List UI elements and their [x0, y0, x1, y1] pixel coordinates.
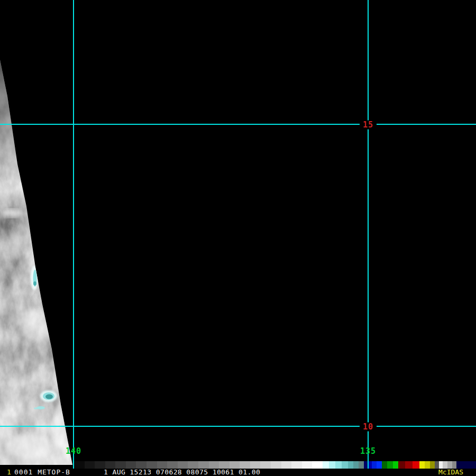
- latitude-grid-line: [0, 426, 476, 427]
- image-time-info-text: 1 AUG 15213 070628 08075 10061 01.00: [104, 469, 260, 476]
- lat-label-15: 15: [360, 121, 377, 130]
- status-bar: 1 0001 METOP-B 1 AUG 15213 070628 08075 …: [0, 469, 476, 476]
- frame-number: 1: [7, 469, 12, 476]
- dataset-id-text: 0001 METOP-B: [14, 469, 70, 476]
- mcidas-image-canvas[interactable]: 140 135 15 10 1 0001 METOP-B 1 AUG 15213…: [0, 0, 476, 476]
- longitude-grid-line: [368, 0, 369, 469]
- lon-label-135: 135: [360, 448, 376, 455]
- mcidas-brand: McIDAS: [438, 469, 463, 476]
- lat-label-10: 10: [360, 423, 377, 432]
- lat-lon-grid: [0, 0, 476, 476]
- longitude-grid-line: [73, 0, 74, 469]
- lon-label-140: 140: [66, 448, 81, 455]
- latitude-grid-line: [0, 124, 476, 125]
